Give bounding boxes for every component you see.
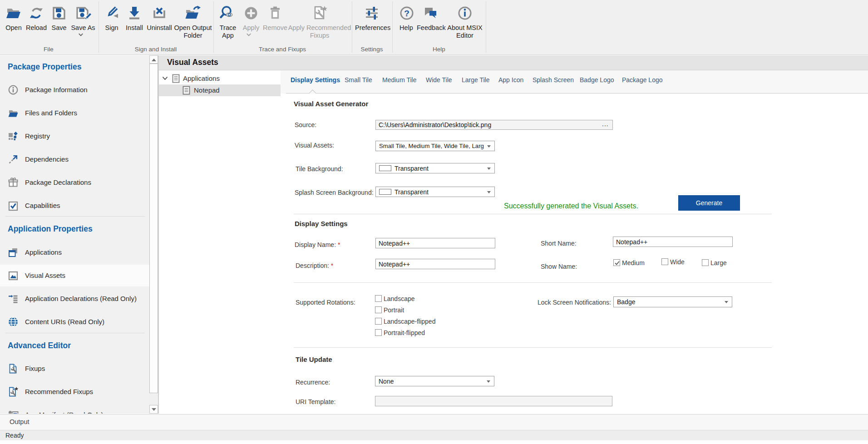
sidebar-item-content-uris[interactable]: Content URIs (Read Only) <box>0 311 149 333</box>
uri-template-label: URI Template: <box>296 398 335 405</box>
rotation-portrait-flipped-label: Portrait-flipped <box>384 329 425 336</box>
save-button[interactable]: Save <box>49 5 69 52</box>
apply-button[interactable]: Apply <box>242 5 261 52</box>
files-and-folders-icon <box>8 108 19 118</box>
tab-splash-screen[interactable]: Splash Screen <box>533 76 574 84</box>
package-declarations-icon <box>8 177 19 188</box>
sidebar-item-label: Application Declarations (Read Only) <box>25 288 137 310</box>
sidebar-item-package-information[interactable]: Package Information <box>0 79 149 101</box>
tab-wide-tile[interactable]: Wide Tile <box>426 76 452 84</box>
package-information-icon <box>8 84 19 95</box>
sidebar-scrollbar[interactable] <box>149 55 158 414</box>
visual-assets-dropdown[interactable]: Small Tile, Medium Tile, Wide Tile, Larg… <box>375 141 495 151</box>
show-name-large-checkbox[interactable] <box>702 259 709 266</box>
sidebar-heading-application-properties: Application Properties <box>8 224 93 234</box>
tab-display-settings[interactable]: Display Settings <box>291 76 340 84</box>
tab-large-tile[interactable]: Large Tile <box>462 76 489 84</box>
sidebar-item-applications[interactable]: Applications <box>0 242 149 263</box>
sidebar-item-app-manifest[interactable]: App Manifest (Read Only) <box>0 404 149 414</box>
sidebar-item-visual-assets[interactable]: Visual Assets <box>0 265 149 286</box>
description-input[interactable] <box>375 259 495 269</box>
install-button[interactable]: Install <box>123 5 145 52</box>
rotation-landscape-flipped-checkbox[interactable] <box>375 318 382 325</box>
source-input[interactable] <box>375 120 613 130</box>
save-as-label: Save As <box>70 24 96 32</box>
sidebar-item-package-declarations[interactable]: Package Declarations <box>0 172 149 193</box>
tab-medium-tile[interactable]: Medium Tile <box>382 76 416 84</box>
rotation-portrait-checkbox[interactable] <box>375 306 382 313</box>
short-name-input[interactable] <box>613 237 733 247</box>
tree-item-applications[interactable]: Applications <box>159 73 281 84</box>
output-bar[interactable]: Output <box>0 414 868 430</box>
uninstall-button[interactable]: Uninstall <box>145 5 173 52</box>
sidebar-item-dependencies[interactable]: Dependencies <box>0 148 149 170</box>
sidebar-item-application-declarations[interactable]: Application Declarations (Read Only) <box>0 288 149 310</box>
rotation-portrait-flipped-checkbox[interactable] <box>375 329 382 336</box>
open-button[interactable]: Open <box>3 5 25 52</box>
splash-screen-background-dropdown[interactable]: Transparent <box>375 187 495 197</box>
recurrence-dropdown[interactable]: None <box>375 376 494 386</box>
open-output-folder-label: Open Output Folder <box>171 24 215 39</box>
uri-template-input[interactable] <box>375 396 612 406</box>
status-bar: Ready <box>0 430 868 440</box>
tab-badge-logo[interactable]: Badge Logo <box>580 76 614 84</box>
help-button[interactable]: ? Help <box>398 5 414 52</box>
tree-expander-chevron-icon[interactable] <box>162 76 168 80</box>
trace-app-label: Trace App <box>218 24 238 39</box>
sign-icon <box>103 5 120 22</box>
browse-button[interactable]: ... <box>602 120 609 128</box>
preferences-button[interactable]: Preferences <box>355 5 390 52</box>
open-output-folder-button[interactable]: Open Output Folder <box>171 5 215 52</box>
app-manifest-icon <box>8 409 19 414</box>
tile-background-dropdown[interactable]: Transparent <box>375 163 495 173</box>
tab-app-icon[interactable]: App Icon <box>498 76 523 84</box>
reload-button[interactable]: Reload <box>25 5 48 52</box>
trace-app-button[interactable]: Trace App <box>218 5 238 52</box>
description-label: Description: * <box>296 262 333 269</box>
section-divider <box>294 282 772 283</box>
splash-screen-background-label: Splash Screen Background: <box>295 189 374 196</box>
tree-item-label: Applications <box>183 73 220 84</box>
tab-small-tile[interactable]: Small Tile <box>345 76 372 84</box>
sign-button[interactable]: Sign <box>102 5 122 52</box>
apply-recommended-fixups-icon <box>311 5 328 22</box>
transparent-color-swatch <box>379 189 391 195</box>
sidebar-item-capabilities[interactable]: Capabilities <box>0 195 149 217</box>
source-label: Source: <box>295 121 316 128</box>
scrollbar-up-button[interactable] <box>149 55 158 64</box>
sidebar-item-files-and-folders[interactable]: Files and Folders <box>0 102 149 124</box>
install-label: Install <box>123 24 145 32</box>
lock-screen-notifications-dropdown[interactable]: Badge <box>613 296 732 307</box>
apply-dropdown-chevron-icon <box>246 33 251 36</box>
dependencies-icon <box>8 154 19 165</box>
save-as-icon <box>74 5 92 22</box>
about-icon <box>456 5 473 22</box>
tree-item-notepad[interactable]: Notepad <box>159 84 281 96</box>
save-icon <box>50 5 68 22</box>
ribbon-separator <box>99 1 99 53</box>
remove-button[interactable]: Remove <box>262 5 288 52</box>
sidebar-item-fixups[interactable]: Fixups <box>0 358 149 380</box>
about-msix-editor-button[interactable]: About MSIX Editor <box>446 5 483 52</box>
scrollbar-down-button[interactable] <box>149 405 158 414</box>
visual-assets-tab-strip: Display Settings Small Tile Medium Tile … <box>281 70 868 94</box>
show-name-wide-checkbox[interactable] <box>661 258 668 265</box>
scrollbar-thumb[interactable] <box>149 64 158 393</box>
applications-icon <box>8 247 19 258</box>
sidebar-item-recommended-fixups[interactable]: Recommended Fixups <box>0 381 149 403</box>
rotation-landscape-label: Landscape <box>384 295 415 302</box>
show-name-medium-checkbox[interactable] <box>613 259 620 266</box>
ribbon-toolbar: Open Reload Save <box>0 0 868 55</box>
save-as-button[interactable]: Save As <box>70 5 96 52</box>
sidebar-divider <box>5 216 145 217</box>
scroll-up-arrow-icon <box>152 59 156 61</box>
save-as-dropdown-chevron-icon[interactable] <box>78 33 83 36</box>
generate-button[interactable]: Generate <box>678 195 740 211</box>
display-name-input[interactable] <box>375 238 495 248</box>
help-icon: ? <box>398 5 415 22</box>
feedback-button[interactable]: Feedback <box>417 5 444 52</box>
apply-recommended-fixups-button[interactable]: Apply Recommended Fixups <box>286 5 354 52</box>
sidebar-item-registry[interactable]: Registry <box>0 125 149 147</box>
rotation-landscape-checkbox[interactable] <box>375 295 382 302</box>
tab-package-logo[interactable]: Package Logo <box>622 76 663 84</box>
